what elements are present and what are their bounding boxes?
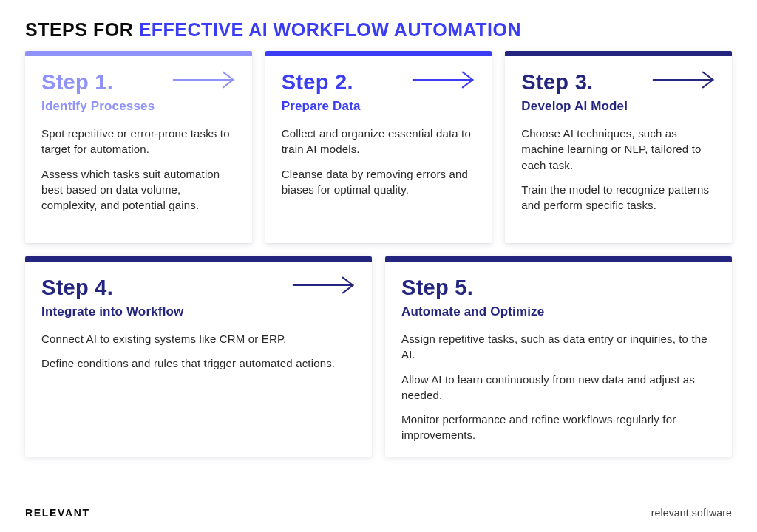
card-accent-bar <box>25 51 252 56</box>
step-paragraph: Define conditions and rules that trigger… <box>41 355 356 371</box>
step-subtitle: Automate and Optimize <box>401 304 716 319</box>
arrow-right-icon <box>292 273 356 298</box>
step-subtitle: Develop AI Model <box>521 99 716 114</box>
site-url: relevant.software <box>651 507 732 519</box>
step-paragraph: Cleanse data by removing errors and bias… <box>282 166 476 198</box>
title-lead: STEPS FOR <box>25 19 139 40</box>
page-title: STEPS FOR EFFECTIVE AI WORKFLOW AUTOMATI… <box>25 19 732 41</box>
step-paragraph: Connect AI to existing systems like CRM … <box>41 331 356 347</box>
step-card-5: Step 5. Automate and Optimize Assign rep… <box>385 256 732 457</box>
step-subtitle: Identify Processes <box>41 99 236 114</box>
step-paragraph: Train the model to recognize patterns an… <box>521 182 716 214</box>
title-accent: EFFECTIVE AI WORKFLOW AUTOMATION <box>139 19 521 40</box>
footer: RELEVANT relevant.software <box>25 507 732 519</box>
arrow-right-icon <box>172 67 236 92</box>
step-paragraph: Assign repetitive tasks, such as data en… <box>401 331 716 363</box>
step-paragraph: Assess which tasks suit automation best … <box>41 166 236 214</box>
step-description: Connect AI to existing systems like CRM … <box>41 331 356 372</box>
card-accent-bar <box>265 51 492 56</box>
card-accent-bar <box>505 51 732 56</box>
step-card-3: Step 3. Develop AI Model Choose AI techn… <box>505 51 732 243</box>
steps-row-1: Step 1. Identify Processes Spot repetiti… <box>25 51 732 243</box>
step-description: Spot repetitive or error-prone tasks to … <box>41 126 236 213</box>
step-paragraph: Allow AI to learn continuously from new … <box>401 372 716 403</box>
brand-logo-text: RELEVANT <box>25 507 90 519</box>
arrow-right-icon <box>652 67 716 92</box>
step-paragraph: Spot repetitive or error-prone tasks to … <box>41 126 236 157</box>
steps-row-2: Step 4. Integrate into Workflow Connect … <box>25 256 732 457</box>
step-card-1: Step 1. Identify Processes Spot repetiti… <box>25 51 252 243</box>
card-accent-bar <box>385 256 732 262</box>
card-accent-bar <box>25 256 372 262</box>
step-description: Assign repetitive tasks, such as data en… <box>401 331 716 443</box>
step-paragraph: Choose AI techniques, such as machine le… <box>521 126 716 173</box>
step-card-4: Step 4. Integrate into Workflow Connect … <box>25 256 372 457</box>
step-card-2: Step 2. Prepare Data Collect and organiz… <box>265 51 492 243</box>
steps-grid: Step 1. Identify Processes Spot repetiti… <box>25 51 732 457</box>
page: STEPS FOR EFFECTIVE AI WORKFLOW AUTOMATI… <box>0 0 757 532</box>
step-paragraph: Collect and organize essential data to t… <box>282 126 476 157</box>
step-description: Choose AI techniques, such as machine le… <box>521 126 716 213</box>
step-label: Step 5. <box>401 276 716 300</box>
step-paragraph: Monitor performance and refine workflows… <box>401 412 716 443</box>
step-subtitle: Integrate into Workflow <box>41 304 356 319</box>
step-subtitle: Prepare Data <box>282 99 476 114</box>
arrow-right-icon <box>412 67 475 92</box>
step-description: Collect and organize essential data to t… <box>282 126 476 197</box>
